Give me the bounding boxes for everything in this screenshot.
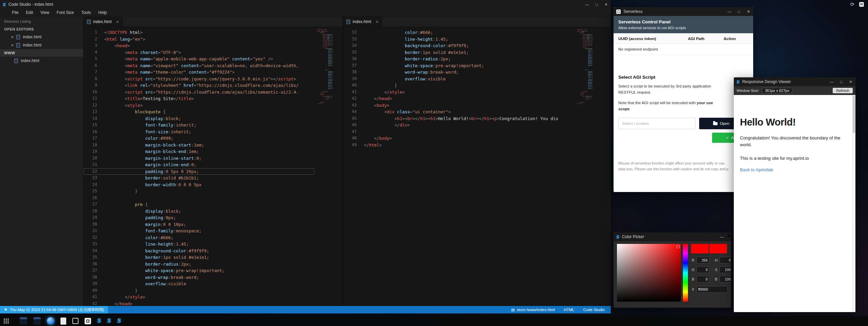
code-line[interactable]: 14 display:block; [84,115,314,122]
code-line[interactable]: 38 word-wrap:break-word; [343,69,582,76]
minimize-icon[interactable]: — [717,232,727,241]
desktop-widget-icon[interactable] [859,2,864,7]
code-line[interactable]: 16 font-size:inherit; [84,129,314,135]
code-line[interactable]: 3 <head> [84,42,314,49]
menu-tools[interactable]: Tools [78,9,95,16]
hex-input[interactable] [696,286,728,293]
minimize-icon[interactable]: — [827,77,836,86]
code-line[interactable]: 17 color:#999; [84,135,314,142]
main-titlebar[interactable]: S Code Studio - index.html — □ ✕ [0,0,611,9]
app-launcher-icon[interactable] [3,318,9,324]
code-line[interactable]: 41 </style> [84,294,314,301]
code-line[interactable]: 35 border:1px solid #e1e1e1; [84,254,314,261]
menu-file[interactable]: File [8,9,22,16]
red-input[interactable] [696,257,709,264]
code-line[interactable]: 29 padding:8px; [84,214,314,221]
close-icon[interactable]: ✕ [601,0,611,9]
tab-index-html[interactable]: index.html ✕ [343,17,382,27]
minimize-icon[interactable]: — [582,0,592,9]
code-line[interactable]: 37 white-space:pre-wrap!important; [84,267,314,274]
tab-close-icon[interactable]: ✕ [376,20,378,24]
minimap[interactable]: <!DOCTYPE html><html lang="en"> <head> <… [317,29,333,105]
code-line[interactable]: 44 <div class="ui container"> [343,109,582,115]
code-line[interactable]: 33 line-height:1.45; [343,36,582,43]
code-line[interactable]: 8 <script src="https://code.jquery.com/j… [84,76,314,82]
code-line[interactable]: 38 word-wrap:break-word; [84,274,314,281]
window-size-value[interactable]: 361px x 627px [762,88,793,93]
code-line[interactable]: 33 line-height:1.45; [84,241,314,248]
code-line[interactable]: 21 margin-inline-end:0; [84,161,314,168]
serverless-app-icon[interactable] [85,318,91,324]
code-line[interactable]: 5 <meta name="apple-mobile-web-app-capab… [84,56,314,62]
saturation-input[interactable] [720,266,731,273]
code-line[interactable]: 42 </head> [84,301,314,306]
code-line[interactable]: 10 <script src="https://cdnjs.cloudflare… [84,89,314,96]
code-line[interactable]: 47 [343,129,582,135]
code-line[interactable]: 22 padding:0 5px 0 20px; [84,168,314,175]
blue-input[interactable] [696,276,709,283]
code-line[interactable]: 19 margin-block-end:1em; [84,148,314,155]
code-editor[interactable]: 32 color:#666;33 line-height:1.45;34 bac… [343,27,611,306]
code-line[interactable]: 2<html lang="en"> [84,36,314,43]
code-line[interactable]: 41 </style> [343,89,582,96]
code-line[interactable]: 49</html> [343,142,582,149]
code-line[interactable]: 36 border-radius:2px; [84,261,314,268]
code-line[interactable]: 1<!DOCTYPE html> [84,29,314,36]
code-line[interactable]: 45 <h1><br></h1><h1>Hello World!<br></h1… [343,115,582,122]
viewer-titlebar[interactable]: S Responsive Design Viewer — □ ✕ [734,77,855,86]
picker-titlebar[interactable]: S Color Picker — ✕ [614,232,731,241]
close-editor-icon[interactable]: ✕ [11,43,14,47]
green-input[interactable] [696,266,709,273]
code-line[interactable]: 40 } [84,287,314,294]
code-editor[interactable]: 1<!DOCTYPE html>2<html lang="en">3 <head… [84,27,343,306]
code-studio-icon[interactable]: S [97,317,101,325]
saturation-field[interactable] [617,244,681,302]
code-line[interactable]: 18 margin-block-start:1em; [84,142,314,149]
status-app-name[interactable]: Code Studio [583,308,605,312]
code-line[interactable]: 37 white-space:pre-wrap!important; [343,62,582,69]
terminal-app-icon[interactable] [33,317,41,325]
code-line[interactable]: 39 overflow:visible [84,281,314,287]
code-studio-icon[interactable]: S [107,317,111,325]
scrollbar-thumb[interactable] [853,96,855,133]
menu-edit[interactable]: Edit [22,9,37,16]
code-line[interactable]: 30 margin:0 0 10px; [84,221,314,228]
hue-slider[interactable] [683,244,688,302]
code-line[interactable]: 4 <meta charset="UTF-8"> [84,49,314,56]
refresh-button[interactable]: Refresh [833,88,853,93]
status-file-path[interactable]: ▤ store:/www/index.html [511,308,555,312]
code-line[interactable]: 31 font-family:monospace; [84,228,314,234]
code-line[interactable]: 28 display:block; [84,208,314,215]
desktop-refresh-icon[interactable]: ⟳ [850,1,854,7]
code-line[interactable]: 23 border:solid #b1b1b1; [84,175,314,181]
code-line[interactable]: 39 overflow:visible [343,76,582,82]
code-line[interactable]: 6 <meta name="viewport" content="user-sc… [84,62,314,69]
code-line[interactable]: 13 blockquote { [84,109,314,115]
minimize-icon[interactable]: — [725,7,734,16]
code-line[interactable]: 32 color:#666; [343,29,582,36]
back-to-aprintlab-link[interactable]: Back to Aprintlab [740,167,773,172]
terminal-app-icon[interactable] [20,317,27,325]
code-line[interactable]: 27 pre { [84,201,314,208]
select-location-input[interactable] [618,118,696,129]
menu-font-size[interactable]: Font Size [53,9,78,16]
status-language[interactable]: HTML [564,308,574,312]
code-line[interactable]: 40 } [343,82,582,89]
close-editor-icon[interactable]: ✕ [11,35,14,39]
code-line[interactable]: 25 } [84,188,314,195]
code-line[interactable]: 11 <title>Testing Site</title> [84,95,314,102]
code-line[interactable]: 26 [84,195,314,202]
window-app-icon[interactable] [72,318,78,324]
close-icon[interactable]: ✕ [727,232,731,241]
minimap[interactable]: <!DOCTYPE html><html lang="en"> <head> <… [577,29,592,105]
serverless-titlebar[interactable]: Serverless — □ ✕ [614,7,753,16]
code-line[interactable]: 15 font-family:inherit; [84,122,314,129]
code-line[interactable]: 34 background-color:#f9f9f9; [343,42,582,49]
sidebar-item-index.html[interactable]: ✕index.html [0,33,83,41]
sidebar-item-index.html[interactable]: ✕index.html [0,41,83,49]
code-line[interactable]: 32 color:#666; [84,234,314,241]
maximize-icon[interactable]: □ [836,77,846,86]
close-icon[interactable]: ✕ [846,77,855,86]
close-icon[interactable]: ✕ [744,7,753,16]
code-studio-icon[interactable]: S [117,317,121,325]
